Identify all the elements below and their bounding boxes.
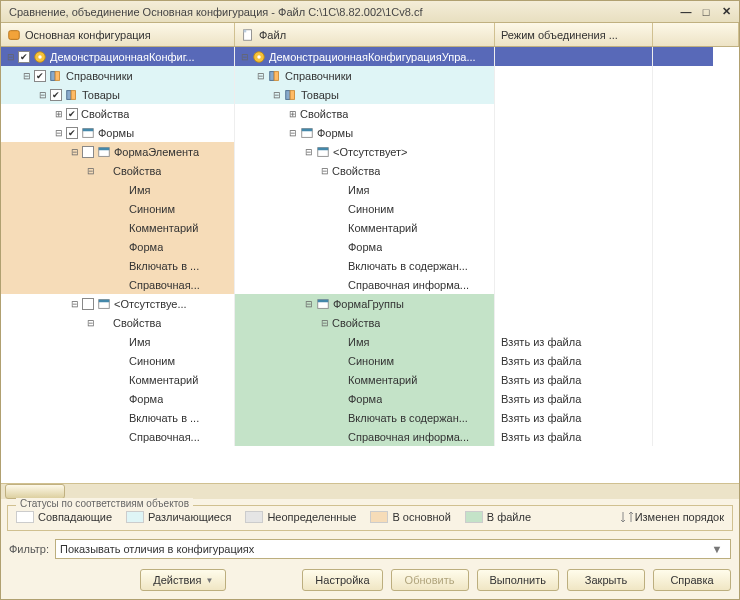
checkbox[interactable]: ✔ <box>50 89 62 101</box>
tree-row[interactable]: ⊟✔Справочники⊟Справочники <box>1 66 739 85</box>
tree-row[interactable]: ИмяИмя <box>1 180 739 199</box>
column-header-main[interactable]: Основная конфигурация <box>1 23 235 46</box>
expand-toggle[interactable]: ⊞ <box>53 108 64 119</box>
chevron-down-icon: ▼ <box>205 576 213 585</box>
column-header-file[interactable]: Файл <box>235 23 495 46</box>
filter-combo[interactable]: Показывать отличия в конфигурациях ▼ <box>55 539 731 559</box>
merge-mode-cell[interactable] <box>495 66 653 85</box>
column-header-mode-label: Режим объединения ... <box>501 29 618 41</box>
chevron-down-icon[interactable]: ▼ <box>708 543 726 555</box>
merge-mode-cell[interactable] <box>495 180 653 199</box>
checkbox[interactable]: ✔ <box>18 51 30 63</box>
expand-toggle[interactable]: ⊟ <box>319 165 330 176</box>
merge-mode-cell[interactable] <box>495 142 653 161</box>
expand-toggle[interactable]: ⊟ <box>53 127 64 138</box>
expand-toggle[interactable]: ⊟ <box>69 146 80 157</box>
tree-row[interactable]: Включать в ...Включать в содержан...Взят… <box>1 408 739 427</box>
svg-rect-11 <box>71 90 75 99</box>
expand-toggle[interactable]: ⊟ <box>271 89 282 100</box>
checkbox[interactable] <box>82 146 94 158</box>
tree-row[interactable]: СинонимСиноним <box>1 199 739 218</box>
column-header-extra[interactable] <box>653 23 739 46</box>
merge-mode-cell[interactable]: Взять из файла <box>495 332 653 351</box>
svg-rect-17 <box>302 128 313 131</box>
tree-row[interactable]: СинонимСинонимВзять из файла <box>1 351 739 370</box>
merge-mode-cell[interactable] <box>495 218 653 237</box>
checkbox[interactable]: ✔ <box>66 127 78 139</box>
tree-row[interactable]: Справочная...Справочная информа... <box>1 275 739 294</box>
tree-node-label: Включать в содержан... <box>348 260 468 272</box>
tree-row[interactable]: ФормаФормаВзять из файла <box>1 389 739 408</box>
close-dialog-button[interactable]: Закрыть <box>567 569 645 591</box>
expand-toggle[interactable]: ⊟ <box>85 165 96 176</box>
tree-row[interactable]: ⊟✔Формы⊟Формы <box>1 123 739 142</box>
legend-order: Изменен порядок <box>619 510 724 524</box>
tree-row[interactable]: ⊟<Отсутствуе...⊟ФормаГруппы <box>1 294 739 313</box>
tree-row[interactable]: ⊞✔Свойства⊞Свойства <box>1 104 739 123</box>
expand-toggle[interactable]: ⊟ <box>37 89 48 100</box>
merge-mode-cell[interactable]: Взять из файла <box>495 389 653 408</box>
tree-row[interactable]: ИмяИмяВзять из файла <box>1 332 739 351</box>
merge-mode-cell[interactable] <box>495 275 653 294</box>
merge-mode-cell[interactable] <box>495 313 653 332</box>
merge-mode-cell[interactable] <box>495 85 653 104</box>
merge-mode-cell[interactable]: Взять из файла <box>495 427 653 446</box>
execute-button[interactable]: Выполнить <box>477 569 559 591</box>
tree-row[interactable]: ⊟✔Товары⊟Товары <box>1 85 739 104</box>
expand-toggle[interactable]: ⊟ <box>21 70 32 81</box>
expand-toggle[interactable]: ⊟ <box>303 146 314 157</box>
comparison-tree[interactable]: ⊟✔ДемонстрационнаяКонфиг...⊟Демонстрацио… <box>1 47 739 483</box>
merge-mode-cell[interactable] <box>495 123 653 142</box>
column-header-mode[interactable]: Режим объединения ... <box>495 23 653 46</box>
tree-row[interactable]: Справочная...Справочная информа...Взять … <box>1 427 739 446</box>
expand-toggle[interactable]: ⊟ <box>319 317 330 328</box>
horizontal-scrollbar[interactable] <box>1 483 739 499</box>
merge-mode-cell[interactable] <box>495 294 653 313</box>
scrollbar-thumb[interactable] <box>5 484 65 499</box>
expand-toggle[interactable]: ⊟ <box>303 298 314 309</box>
expand-toggle[interactable]: ⊟ <box>239 51 250 62</box>
tree-row[interactable]: ⊟Свойства⊟Свойства <box>1 313 739 332</box>
maximize-button[interactable]: □ <box>697 4 715 20</box>
svg-rect-10 <box>67 90 71 99</box>
expand-toggle[interactable]: ⊟ <box>5 51 16 62</box>
merge-mode-cell[interactable]: Взять из файла <box>495 370 653 389</box>
tree-row[interactable]: КомментарийКомментарий <box>1 218 739 237</box>
tree-node-label: Комментарий <box>348 222 417 234</box>
checkbox[interactable] <box>82 298 94 310</box>
tree-row[interactable]: ⊟Свойства⊟Свойства <box>1 161 739 180</box>
merge-mode-cell[interactable] <box>495 237 653 256</box>
checkbox[interactable]: ✔ <box>34 70 46 82</box>
tree-node-label: Форма <box>348 393 382 405</box>
minimize-button[interactable]: — <box>677 4 695 20</box>
merge-mode-cell[interactable] <box>495 199 653 218</box>
merge-mode-cell[interactable] <box>495 104 653 123</box>
help-button[interactable]: Справка <box>653 569 731 591</box>
actions-button[interactable]: Действия▼ <box>140 569 226 591</box>
settings-button[interactable]: Настройка <box>302 569 382 591</box>
expand-toggle[interactable]: ⊟ <box>255 70 266 81</box>
merge-mode-cell[interactable] <box>495 256 653 275</box>
tree-node-label: Включать в ... <box>129 412 199 424</box>
merge-mode-cell[interactable]: Взять из файла <box>495 351 653 370</box>
tree-row[interactable]: Включать в ...Включать в содержан... <box>1 256 739 275</box>
tree-node-label: Включать в содержан... <box>348 412 468 424</box>
svg-rect-15 <box>83 128 94 131</box>
expand-toggle[interactable]: ⊞ <box>287 108 298 119</box>
legend-box: Статусы по соответствиям объектов Совпад… <box>7 505 733 531</box>
tree-row[interactable]: КомментарийКомментарийВзять из файла <box>1 370 739 389</box>
tree-row[interactable]: ⊟ФормаЭлемента⊟<Отсутствует> <box>1 142 739 161</box>
checkbox[interactable]: ✔ <box>66 108 78 120</box>
expand-toggle[interactable]: ⊟ <box>69 298 80 309</box>
close-button[interactable]: ✕ <box>717 4 735 20</box>
tree-node-label: Формы <box>98 127 134 139</box>
merge-mode-cell[interactable]: Взять из файла <box>495 408 653 427</box>
merge-mode-cell[interactable] <box>495 47 653 66</box>
expand-toggle[interactable]: ⊟ <box>287 127 298 138</box>
svg-rect-12 <box>286 90 290 99</box>
expand-toggle[interactable]: ⊟ <box>85 317 96 328</box>
tree-row[interactable]: ⊟✔ДемонстрационнаяКонфиг...⊟Демонстрацио… <box>1 47 739 66</box>
filter-row: Фильтр: Показывать отличия в конфигураци… <box>1 537 739 565</box>
tree-row[interactable]: ФормаФорма <box>1 237 739 256</box>
merge-mode-cell[interactable] <box>495 161 653 180</box>
